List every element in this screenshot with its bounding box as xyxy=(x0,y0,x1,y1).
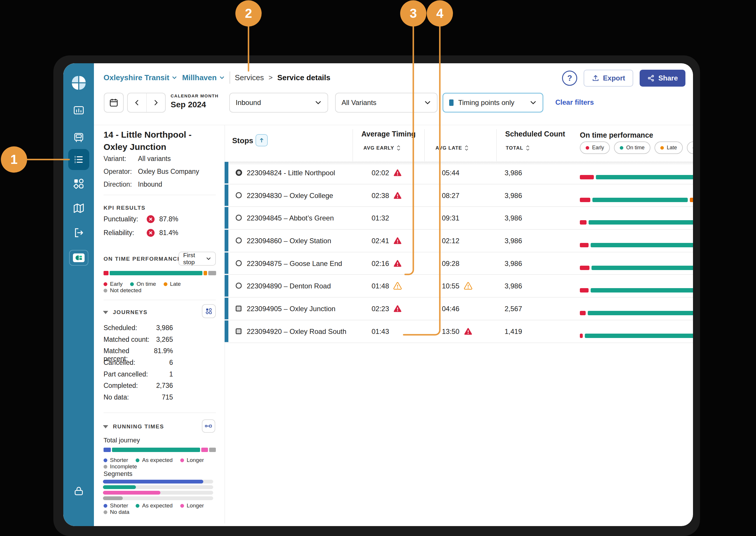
avg-early-column-header[interactable]: AVG EARLY xyxy=(363,145,401,151)
bar-ontime-segment xyxy=(592,266,693,270)
bar-ontime-segment xyxy=(592,198,688,202)
table-row[interactable]: 223094824 - Little Northpool02:0205:443,… xyxy=(224,161,693,184)
otp-chip[interactable]: On time xyxy=(614,142,650,154)
total-value: 3,986 xyxy=(486,192,522,200)
sidebar-item-logout[interactable] xyxy=(73,227,85,239)
avg-early-value: 02:38 xyxy=(347,192,389,200)
export-button[interactable]: Export xyxy=(584,70,633,86)
timing-point-strip xyxy=(224,162,228,184)
avg-late-value: 02:12 xyxy=(442,237,459,245)
partner-logo-icon xyxy=(73,253,85,262)
bar-segment xyxy=(209,448,216,452)
table-row[interactable]: 223094905 – Oxley Junction02:2304:462,56… xyxy=(224,297,693,320)
table-row[interactable]: 223094875 – Goose Lane End02:1609:283,98… xyxy=(224,252,693,275)
running-times-header[interactable]: RUNNING TIMES xyxy=(103,423,164,430)
bar-ontime-segment xyxy=(589,220,693,224)
stop-label: 223094875 – Goose Lane End xyxy=(247,259,342,268)
sidebar-app-tile[interactable] xyxy=(69,250,88,266)
total-value: 1,419 xyxy=(486,327,522,336)
table-row[interactable]: 223094860 – Oxley Station02:4102:123,986 xyxy=(224,229,693,252)
stop-label: 223094920 – Oxley Road South xyxy=(247,327,347,336)
journey-stat-row: Matched percent:81.9% xyxy=(104,347,173,359)
warning-outline-icon xyxy=(464,282,472,290)
stat-label: No data: xyxy=(104,393,129,405)
info-label: Variant: xyxy=(104,155,138,163)
sort-icon xyxy=(396,145,401,151)
otp-chip[interactable]: Not detected xyxy=(687,142,693,154)
journey-stat-row: No data:715 xyxy=(104,393,173,405)
info-label: Operator: xyxy=(104,168,138,176)
stop-marker-icon xyxy=(236,192,242,198)
bar-segment xyxy=(104,271,109,275)
running-times-segment-button[interactable] xyxy=(202,419,215,433)
timing-points-select[interactable]: Timing points only xyxy=(442,93,543,113)
warning-filled-icon xyxy=(393,304,402,313)
avg-late-column-header[interactable]: AVG LATE xyxy=(435,145,469,151)
otp-chip[interactable]: Late xyxy=(655,142,683,154)
divider xyxy=(104,413,216,413)
info-value: All variants xyxy=(138,155,171,163)
table-row[interactable]: 223094830 – Oxley College02:3808:273,986 xyxy=(224,184,693,207)
timing-point-marker-icon xyxy=(236,306,242,312)
sidebar-item-services-list[interactable] xyxy=(73,154,85,165)
table-row[interactable]: 223094845 – Abbot’s Green01:3209:313,986 xyxy=(224,207,693,229)
chevron-down-icon xyxy=(171,75,177,81)
blocks-icon xyxy=(205,307,213,315)
kpi-value: 87.8% xyxy=(159,215,178,223)
total-journey-label: Total journey xyxy=(104,437,140,444)
org-switcher[interactable]: Oxleyshire Transit xyxy=(104,73,177,82)
stop-label: 223094845 – Abbot’s Green xyxy=(247,214,334,222)
direction-select[interactable]: Inbound xyxy=(229,93,328,113)
region-switcher[interactable]: Millhaven xyxy=(182,73,224,82)
timing-point-strip xyxy=(224,230,228,251)
legend-dot-icon xyxy=(180,458,184,462)
avg-early-warning xyxy=(393,191,402,201)
kpi-results: Punctuality:87.8%Reliability:81.4% xyxy=(104,215,178,243)
total-column-header[interactable]: TOTAL xyxy=(506,145,530,151)
variants-select[interactable]: All Variants xyxy=(335,93,437,113)
service-title: 14 - Little Northpool - Oxley Junction xyxy=(104,129,206,153)
journeys-header[interactable]: JOURNEYS xyxy=(103,309,148,316)
sidebar-item-blocks[interactable] xyxy=(73,178,85,190)
next-month-button[interactable] xyxy=(147,93,165,112)
chip-dot-icon xyxy=(586,146,589,150)
stops-sort-button[interactable] xyxy=(256,134,268,147)
bar-segment xyxy=(104,448,111,452)
app-logo-icon[interactable] xyxy=(70,74,87,91)
service-info: Variant:All variantsOperator:Oxley Bus C… xyxy=(104,155,199,193)
otp-scope-select[interactable]: First stop xyxy=(179,252,216,266)
legend-dot-icon xyxy=(104,458,107,462)
stat-value: 715 xyxy=(162,393,173,405)
segments-legend: ShorterAs expectedLongerNo data xyxy=(104,502,232,515)
table-row[interactable]: 223094920 – Oxley Road South01:4313:501,… xyxy=(224,320,693,343)
legend-dot-icon xyxy=(136,504,139,508)
prev-month-button[interactable] xyxy=(128,93,147,112)
sidebar-item-map[interactable] xyxy=(73,202,85,214)
lock-icon[interactable] xyxy=(73,485,85,497)
screen: Oxleyshire Transit Millhaven Services > … xyxy=(0,0,756,536)
total-value: 3,986 xyxy=(486,282,522,290)
chevron-down-icon xyxy=(424,99,431,106)
legend-dot-icon xyxy=(104,282,107,286)
kpi-heading: KPI RESULTS xyxy=(104,205,146,211)
otp-chip[interactable]: Early xyxy=(580,142,610,154)
otp-row-bar xyxy=(580,220,693,224)
clear-filters-link[interactable]: Clear filters xyxy=(555,98,594,107)
legend-dot-icon xyxy=(104,504,107,508)
table-row[interactable]: 223094890 – Denton Road01:4810:553,986 xyxy=(224,275,693,297)
stop-label: 223094860 – Oxley Station xyxy=(247,237,331,245)
avg-early-value: 02:23 xyxy=(347,305,389,313)
help-button[interactable]: ? xyxy=(562,71,577,86)
bar-ontime-segment xyxy=(591,243,693,247)
stat-value: 3,986 xyxy=(156,324,173,336)
sidebar-item-vehicles[interactable] xyxy=(73,132,85,144)
legend-item: On time xyxy=(130,281,156,287)
journeys-blocks-button[interactable] xyxy=(202,304,216,318)
sidebar-item-analytics[interactable] xyxy=(73,104,85,116)
breadcrumb-services-link[interactable]: Services xyxy=(235,73,264,82)
calendar-button[interactable] xyxy=(104,93,124,113)
stat-value: 1 xyxy=(169,370,173,382)
segment-track xyxy=(103,480,213,484)
fail-icon xyxy=(147,215,155,223)
share-button[interactable]: Share xyxy=(639,70,685,86)
